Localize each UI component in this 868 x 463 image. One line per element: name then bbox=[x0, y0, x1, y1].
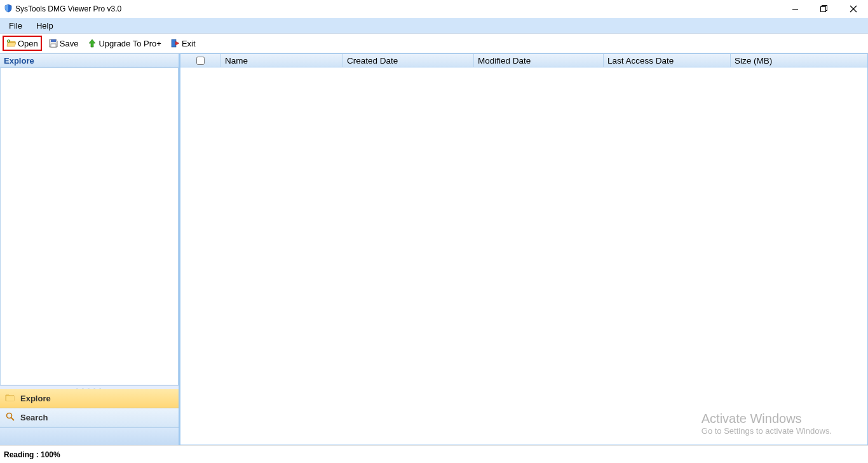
explore-tree[interactable] bbox=[0, 67, 179, 385]
nav-explore[interactable]: Explore bbox=[0, 389, 179, 408]
app-title: SysTools DMG Viewer Pro v3.0 bbox=[15, 4, 121, 13]
app-window: SysTools DMG Viewer Pro v3.0 File Help bbox=[0, 0, 868, 463]
status-bar: Reading : 100% bbox=[0, 445, 868, 463]
window-controls bbox=[780, 0, 868, 18]
col-checkbox[interactable] bbox=[180, 54, 221, 67]
exit-icon bbox=[170, 38, 180, 48]
svg-rect-6 bbox=[51, 39, 56, 42]
nav-search[interactable]: Search bbox=[0, 408, 179, 427]
watermark-line1: Activate Windows bbox=[702, 411, 832, 426]
col-size[interactable]: Size (MB) bbox=[731, 54, 867, 67]
save-label: Save bbox=[60, 39, 79, 48]
svg-line-10 bbox=[11, 418, 15, 421]
sidebar-header: Explore bbox=[0, 53, 179, 67]
title-bar: SysTools DMG Viewer Pro v3.0 bbox=[0, 0, 868, 18]
col-last-access-date[interactable]: Last Access Date bbox=[604, 54, 731, 67]
app-icon bbox=[4, 4, 13, 15]
search-icon bbox=[5, 411, 15, 424]
main-area: Explore ◦ ◦ ◦ ◦ ◦ Explore bbox=[0, 53, 868, 445]
svg-rect-7 bbox=[51, 44, 56, 47]
nav-search-label: Search bbox=[20, 413, 48, 422]
watermark-line2: Go to Settings to activate Windows. bbox=[702, 426, 832, 436]
folder-icon bbox=[5, 392, 15, 404]
content-area: Name Created Date Modified Date Last Acc… bbox=[180, 53, 868, 445]
folder-open-icon bbox=[6, 38, 17, 48]
sidebar: Explore ◦ ◦ ◦ ◦ ◦ Explore bbox=[0, 53, 180, 445]
exit-button[interactable]: Exit bbox=[168, 37, 198, 50]
upgrade-label: Upgrade To Pro+ bbox=[98, 39, 161, 48]
nav-explore-label: Explore bbox=[20, 394, 51, 403]
save-button[interactable]: Save bbox=[46, 37, 81, 50]
open-button[interactable]: Open bbox=[3, 36, 42, 51]
upgrade-arrow-icon bbox=[87, 38, 97, 48]
toolbar: Open Save Upgrade To Pro+ bbox=[0, 33, 868, 53]
open-label: Open bbox=[18, 39, 38, 48]
close-button[interactable] bbox=[839, 0, 868, 18]
menu-help[interactable]: Help bbox=[36, 21, 53, 31]
windows-activation-watermark: Activate Windows Go to Settings to activ… bbox=[702, 411, 832, 436]
grid-header: Name Created Date Modified Date Last Acc… bbox=[180, 53, 868, 67]
menu-file[interactable]: File bbox=[9, 21, 22, 31]
menu-bar: File Help bbox=[0, 18, 868, 33]
nav-blank-strip bbox=[0, 427, 179, 445]
maximize-button[interactable] bbox=[810, 0, 839, 18]
exit-label: Exit bbox=[182, 39, 196, 48]
col-modified-date[interactable]: Modified Date bbox=[474, 54, 604, 67]
minimize-button[interactable] bbox=[780, 0, 810, 18]
status-text: Reading : 100% bbox=[4, 450, 60, 459]
svg-rect-2 bbox=[821, 7, 826, 12]
save-icon bbox=[48, 38, 58, 48]
select-all-checkbox[interactable] bbox=[196, 57, 205, 65]
upgrade-button[interactable]: Upgrade To Pro+ bbox=[85, 37, 163, 50]
col-name[interactable]: Name bbox=[221, 54, 343, 67]
svg-point-9 bbox=[7, 413, 12, 418]
col-created-date[interactable]: Created Date bbox=[343, 54, 474, 67]
grid-body[interactable]: Activate Windows Go to Settings to activ… bbox=[180, 67, 868, 445]
